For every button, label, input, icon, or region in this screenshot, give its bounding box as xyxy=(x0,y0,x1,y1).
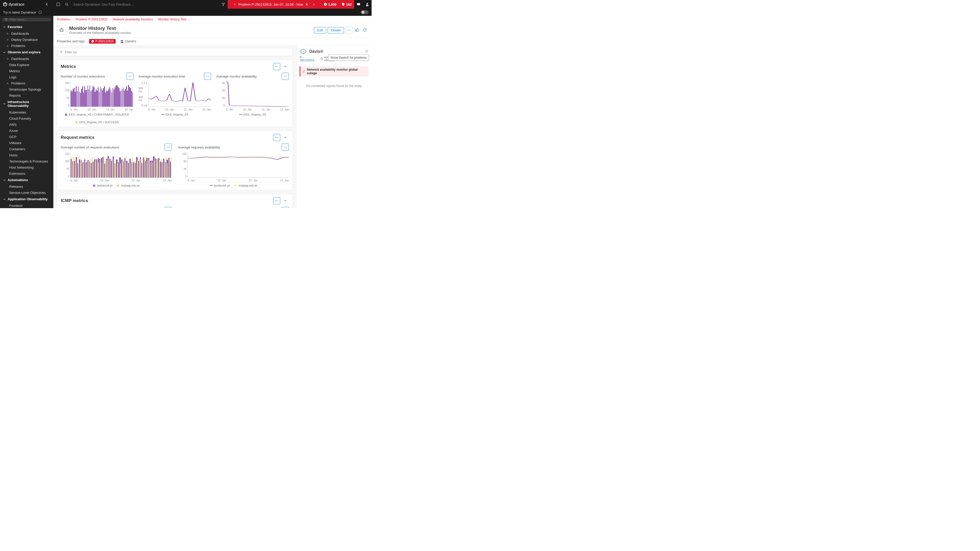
chart-more-button[interactable] xyxy=(204,73,211,80)
info-icon[interactable]: i xyxy=(38,11,42,14)
chat-button[interactable] xyxy=(354,0,363,9)
nav-item-kubernetes[interactable]: Kubernetes xyxy=(0,109,53,115)
nav-item-logs[interactable]: Logs xyxy=(0,74,53,80)
nav-item-technologies-processes[interactable]: Technologies & Processes xyxy=(0,158,53,164)
breadcrumb-3[interactable]: Monitor History Test xyxy=(158,17,186,21)
prev-problem-arrow[interactable] xyxy=(231,3,239,6)
nav-item-releases[interactable]: Releases xyxy=(0,183,53,189)
vuln-count-pill[interactable]: 162 xyxy=(339,0,354,9)
nav-item-extensions[interactable]: Extensions xyxy=(0,170,53,176)
edit-button[interactable]: Edit xyxy=(314,27,326,33)
breadcrumb-0[interactable]: Problems xyxy=(57,17,70,21)
timeframe-filter-button[interactable] xyxy=(219,0,228,9)
problem-badge[interactable]: ! P-250132915 xyxy=(89,39,116,44)
tags-row: Properties and tags ! P-250132915 Owners xyxy=(53,38,372,45)
metrics-collapse-button[interactable] xyxy=(282,63,289,70)
brand-logo[interactable]: dynatrace xyxy=(0,2,27,6)
request-metrics-more-button[interactable] xyxy=(273,134,280,141)
line-legend-icon xyxy=(210,184,213,186)
nav-item-cloud-foundry[interactable]: Cloud Foundry xyxy=(0,115,53,121)
chart-more-button[interactable] xyxy=(282,144,289,151)
chart-average-number-of-requests-executions: Average number of requests executions150… xyxy=(61,144,172,187)
properties-tags-link[interactable]: Properties and tags xyxy=(57,40,84,43)
thumbs-up-button[interactable] xyxy=(354,28,360,33)
chevron-down-icon xyxy=(3,103,6,105)
svg-point-2 xyxy=(65,3,68,5)
nav-item-dashboards[interactable]: ★Dashboards xyxy=(0,56,53,62)
davis-problem-link[interactable]: P-250132915 xyxy=(300,56,317,62)
refresh-button[interactable] xyxy=(362,28,368,33)
nav-item-dashboards[interactable]: ★Dashboards xyxy=(0,30,53,37)
problems-count-pill[interactable]: ! 1,000 xyxy=(321,0,339,9)
nav-item-host-networking[interactable]: Host Networking xyxy=(0,164,53,170)
chart-more-button[interactable] xyxy=(126,73,134,80)
davis-close-button[interactable] xyxy=(365,49,369,54)
thumbs-up-icon xyxy=(355,28,360,32)
legend-item[interactable]: EKS_Virginia_XS xyxy=(239,113,266,116)
delete-button[interactable]: Delete xyxy=(328,27,344,33)
nav-item-service-level-objectives[interactable]: Service-Level Objectives xyxy=(0,189,53,196)
davis-title: Davis® xyxy=(309,49,323,54)
icmp-metrics-collapse-button[interactable] xyxy=(282,197,289,204)
breadcrumb-1[interactable]: Problem P-250132915 xyxy=(76,17,107,21)
legend-item[interactable]: EKS_Virginia_XS | SUCCESS xyxy=(76,121,119,124)
nav-section-application-observability[interactable]: Application Observability xyxy=(0,196,53,203)
dots-icon xyxy=(283,147,287,148)
nav-section-observe-and-explore[interactable]: Observe and explore xyxy=(0,49,53,56)
legend-item[interactable]: mojapg.edu.pl xyxy=(234,184,257,187)
problem-banner[interactable]: Problem P-250132915: Jan 07, 10:08 - Now xyxy=(228,0,321,9)
nav-item-gcp[interactable]: GCP xyxy=(0,134,53,140)
request-metrics-collapse-button[interactable] xyxy=(282,134,289,141)
nav-item-reports[interactable]: Reports xyxy=(0,92,53,98)
nav-item-deploy-dynatrace[interactable]: ★Deploy Dynatrace xyxy=(0,37,53,43)
chart-more-button[interactable] xyxy=(165,207,172,208)
nav-item-problems[interactable]: ★Problems xyxy=(0,80,53,86)
search-button[interactable] xyxy=(62,0,71,9)
nav-item-vmware[interactable]: VMware xyxy=(0,140,53,146)
back-button[interactable] xyxy=(43,0,51,9)
metrics-more-button[interactable] xyxy=(273,63,280,70)
brand-text: dynatrace xyxy=(9,2,24,6)
davis-alert[interactable]: Network availability monitor global outa… xyxy=(300,66,369,76)
filter-by-bar[interactable]: Filter by xyxy=(57,48,293,56)
nav-section-infrastructure-observability[interactable]: Infrastructure Observability xyxy=(0,98,53,109)
legend-item[interactable]: jandaciuk.pl xyxy=(93,184,113,187)
legend-item[interactable]: EKS_Virginia_XS xyxy=(161,113,188,116)
chart-more-button[interactable] xyxy=(165,144,172,151)
owners-link[interactable]: Owners xyxy=(120,40,136,43)
nav-item-problems[interactable]: ★Problems xyxy=(0,43,53,49)
sidebar-filter-input[interactable] xyxy=(9,18,49,21)
search-input[interactable] xyxy=(73,3,150,6)
nav-item-metrics[interactable]: Metrics xyxy=(0,68,53,74)
app-switcher-button[interactable] xyxy=(54,0,62,9)
chart-more-button[interactable] xyxy=(282,207,289,208)
nav-item-containers[interactable]: Containers xyxy=(0,146,53,152)
nav-section-automations[interactable]: Automations xyxy=(0,176,53,183)
nav-item-frontend[interactable]: Frontend xyxy=(0,203,53,208)
svg-point-22 xyxy=(128,76,129,76)
breadcrumb-2[interactable]: Network availability monitors xyxy=(113,17,153,21)
close-problem-banner[interactable] xyxy=(303,3,310,6)
try-latest-toggle[interactable] xyxy=(361,10,369,14)
legend-item[interactable]: mojapg.edu.pl xyxy=(117,184,139,187)
nav-section-favorites[interactable]: Favorites xyxy=(0,24,53,30)
nav-item-smartscape-topology[interactable]: Smartscape Topology xyxy=(0,86,53,92)
legend-item[interactable]: jandaciuk.pl xyxy=(210,184,230,187)
nav-item-hosts[interactable]: Hosts xyxy=(0,152,53,158)
owners-icon xyxy=(120,40,124,43)
sidebar-filter-box[interactable] xyxy=(3,18,51,21)
svg-point-54 xyxy=(278,200,278,201)
svg-point-24 xyxy=(130,76,131,76)
icmp-metrics-title: ICMP metrics xyxy=(61,198,88,203)
next-problem-arrow[interactable] xyxy=(310,3,318,6)
nav-item-data-explorer[interactable]: Data Explorer xyxy=(0,62,53,68)
icmp-metrics-more-button[interactable] xyxy=(273,197,280,204)
chart-more-button[interactable] xyxy=(282,73,289,80)
chat-icon xyxy=(356,2,361,6)
nav-item-azure[interactable]: Azure xyxy=(0,127,53,134)
chart-packets-sent-by-request: Packets sent by request1.2 xyxy=(178,207,289,208)
more-actions-button[interactable] xyxy=(345,27,353,34)
nav-item-aws[interactable]: AWS xyxy=(0,121,53,127)
legend-item[interactable]: EKS_Virginia_XS | CONSTRAINT_VIOLATED xyxy=(65,113,129,116)
user-menu-button[interactable] xyxy=(363,0,372,9)
